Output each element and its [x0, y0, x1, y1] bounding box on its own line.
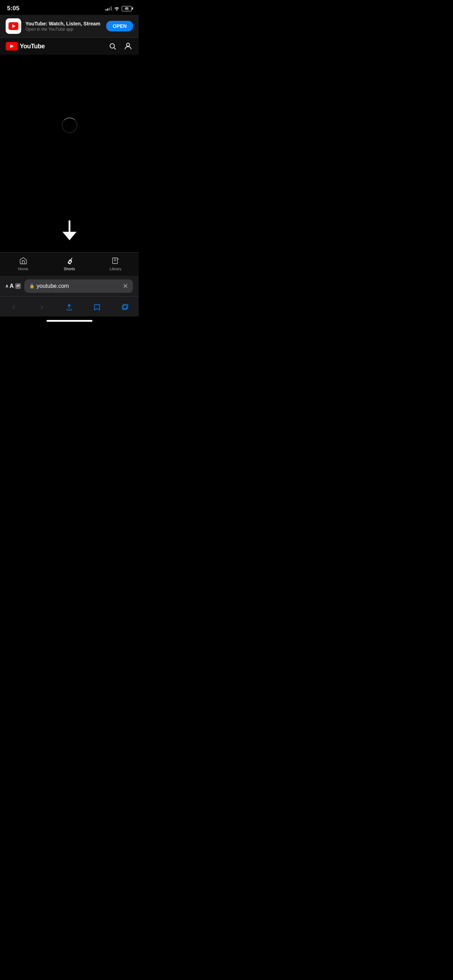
browser-toolbar	[0, 296, 139, 317]
share-icon	[65, 303, 73, 311]
nav-item-library[interactable]: Library	[102, 256, 130, 271]
url-text: youtube.com	[37, 283, 121, 289]
shorts-arrow-indicator	[62, 221, 76, 242]
nav-label-home: Home	[18, 267, 28, 271]
search-icon	[109, 42, 116, 50]
youtube-app-icon	[8, 22, 18, 30]
library-icon	[111, 256, 120, 265]
app-banner-subtitle: Open in the YouTube app	[25, 27, 102, 32]
svg-marker-8	[118, 258, 119, 260]
home-icon	[19, 256, 28, 265]
battery-container: 46	[122, 6, 132, 11]
extension-icon	[15, 283, 21, 289]
youtube-header: YouTube	[0, 38, 139, 55]
svg-rect-11	[122, 305, 127, 310]
svg-marker-4	[62, 232, 76, 240]
signal-bars-icon	[105, 6, 112, 11]
youtube-wordmark: YouTube	[20, 43, 45, 50]
nav-label-shorts: Shorts	[64, 267, 75, 271]
app-icon	[6, 18, 21, 34]
search-button[interactable]	[108, 41, 118, 51]
svg-rect-9	[17, 285, 18, 287]
header-icons	[108, 41, 133, 51]
share-button[interactable]	[61, 301, 77, 313]
bottom-nav: Home Shorts Library	[0, 252, 139, 276]
account-icon	[124, 41, 133, 51]
open-in-app-button[interactable]: OPEN	[106, 21, 133, 32]
account-button[interactable]	[123, 41, 133, 51]
shorts-icon	[65, 256, 74, 265]
bookmarks-icon	[93, 303, 101, 311]
nav-item-shorts[interactable]: Shorts	[56, 256, 84, 271]
browser-address-bar: A A 🔒 youtube.com ✕	[0, 276, 139, 296]
youtube-logo[interactable]: YouTube	[6, 42, 45, 51]
app-info: YouTube: Watch, Listen, Stream Open in t…	[25, 21, 102, 32]
home-indicator	[0, 317, 139, 329]
app-banner: YouTube: Watch, Listen, Stream Open in t…	[0, 15, 139, 38]
nav-label-library: Library	[110, 267, 122, 271]
svg-point-2	[127, 43, 130, 46]
back-icon	[10, 303, 17, 311]
svg-line-1	[114, 48, 116, 49]
clear-url-button[interactable]: ✕	[123, 282, 128, 290]
bookmarks-button[interactable]	[89, 301, 105, 313]
youtube-logo-icon	[6, 42, 17, 51]
svg-rect-10	[18, 285, 19, 286]
down-arrow-icon	[62, 221, 76, 242]
status-icons: 46	[105, 6, 132, 11]
back-button[interactable]	[6, 301, 22, 313]
wifi-icon	[114, 6, 119, 11]
forward-icon	[38, 303, 46, 311]
reader-mode-button[interactable]: A A	[6, 283, 21, 289]
forward-button[interactable]	[34, 301, 49, 313]
main-content	[0, 55, 139, 252]
battery-icon: 46	[122, 6, 132, 11]
home-bar	[46, 320, 92, 322]
lock-icon: 🔒	[29, 284, 35, 289]
status-time: 5:05	[7, 5, 19, 12]
status-bar: 5:05 46	[0, 0, 139, 15]
tabs-button[interactable]	[117, 301, 133, 313]
tabs-icon	[121, 303, 129, 311]
app-banner-title: YouTube: Watch, Listen, Stream	[25, 21, 102, 27]
nav-item-home[interactable]: Home	[9, 256, 37, 271]
address-bar[interactable]: 🔒 youtube.com ✕	[24, 279, 133, 293]
svg-point-0	[110, 44, 114, 48]
loading-spinner	[62, 118, 77, 133]
svg-rect-12	[123, 304, 128, 309]
